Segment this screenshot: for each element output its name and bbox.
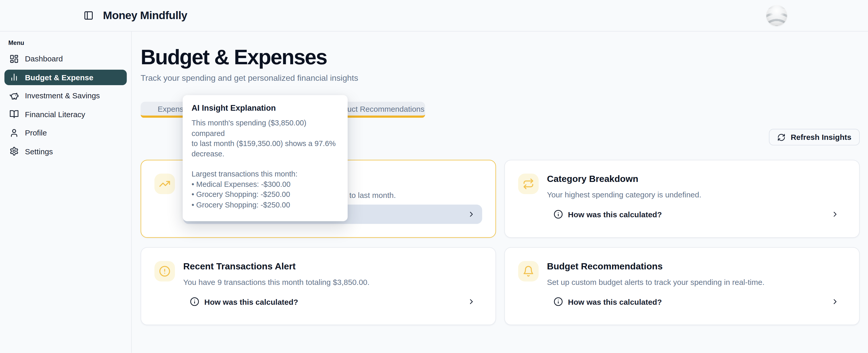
info-icon <box>554 297 563 306</box>
panel-left-icon <box>84 10 94 21</box>
page-subtitle: Track your spending and get personalized… <box>141 73 860 82</box>
insight-card-recent-transactions: Recent Transactions Alert You have 9 tra… <box>141 247 496 325</box>
chevron-right-icon <box>831 297 839 306</box>
sidebar-item-label: Settings <box>25 147 53 155</box>
refresh-icon <box>777 133 785 141</box>
card-description: Set up custom budget alerts to track you… <box>547 278 846 286</box>
insight-card-budget-recommendations: Budget Recommendations Set up custom bud… <box>504 247 860 325</box>
how-calculated-label: How was this calculated? <box>568 210 662 218</box>
popup-list-heading: Largest transactions this month: <box>191 169 340 180</box>
how-calculated-row[interactable]: How was this calculated? <box>547 292 846 311</box>
card-content: Category Breakdown Your highest spending… <box>547 174 846 224</box>
chevron-right-icon <box>467 210 475 218</box>
sidebar-item-profile[interactable]: Profile <box>4 125 127 140</box>
sidebar-nav: Dashboard Budget & Expense Investment & … <box>4 51 127 159</box>
sidebar-item-settings[interactable]: Settings <box>4 143 127 159</box>
bar-chart-icon <box>9 72 19 82</box>
bell-icon <box>518 261 538 281</box>
card-content: Budget Recommendations Set up custom bud… <box>547 261 846 311</box>
popup-transactions-list: Largest transactions this month: • Medic… <box>191 169 340 210</box>
sidebar-toggle-button[interactable] <box>83 9 95 22</box>
info-icon <box>190 297 199 306</box>
alert-circle-icon <box>154 261 175 281</box>
user-icon <box>9 128 19 137</box>
card-description: You have 9 transactions this month total… <box>183 278 482 286</box>
piggy-bank-icon <box>9 91 19 100</box>
app-header: Money Mindfully <box>0 0 868 32</box>
how-calculated-label: How was this calculated? <box>568 297 662 306</box>
sidebar-item-dashboard[interactable]: Dashboard <box>4 51 127 66</box>
how-calculated-row[interactable]: How was this calculated? <box>547 205 846 224</box>
sidebar-item-label: Financial Literacy <box>25 110 85 118</box>
how-calculated-row[interactable]: How was this calculated? <box>183 292 482 311</box>
card-title: Budget Recommendations <box>547 261 846 271</box>
sidebar-item-investment-savings[interactable]: Investment & Savings <box>4 88 127 103</box>
app-root: Money Mindfully Menu Dashboard Budget & … <box>0 0 868 353</box>
card-content: Recent Transactions Alert You have 9 tra… <box>183 261 482 311</box>
popup-list-item: • Grocery Shopping: -$250.00 <box>191 190 340 200</box>
sidebar-item-label: Dashboard <box>25 54 63 63</box>
page-title: Budget & Expenses <box>141 46 860 68</box>
sidebar-item-financial-literacy[interactable]: Financial Literacy <box>4 107 127 122</box>
user-avatar[interactable] <box>766 5 787 26</box>
info-icon <box>554 210 563 219</box>
sidebar-item-label: Investment & Savings <box>25 91 100 100</box>
sidebar: Menu Dashboard Budget & Expense Investme… <box>0 32 132 353</box>
sidebar-item-label: Budget & Expense <box>25 73 93 81</box>
app-title: Money Mindfully <box>103 9 187 22</box>
popup-title: AI Insight Explanation <box>191 103 340 112</box>
insight-card-category-breakdown: Category Breakdown Your highest spending… <box>504 160 860 238</box>
card-description-visible-fragment: to last month. <box>349 191 396 200</box>
sidebar-item-label: Profile <box>25 128 47 137</box>
refresh-insights-button[interactable]: Refresh Insights <box>769 129 860 145</box>
ai-insight-explanation-popup: AI Insight Explanation This month's spen… <box>183 95 348 221</box>
refresh-button-label: Refresh Insights <box>791 133 851 141</box>
popup-list-item: • Grocery Shopping: -$250.00 <box>191 200 340 210</box>
sidebar-section-label: Menu <box>8 39 127 46</box>
sidebar-item-budget-expense[interactable]: Budget & Expense <box>4 69 127 85</box>
gear-icon <box>9 147 19 156</box>
repeat-icon <box>518 174 538 194</box>
chevron-right-icon <box>467 297 475 306</box>
how-calculated-label: How was this calculated? <box>204 297 298 306</box>
chevron-right-icon <box>831 210 839 218</box>
card-title: Recent Transactions Alert <box>183 261 482 271</box>
card-description: Your highest spending category is undefi… <box>547 191 846 199</box>
popup-body-text: This month's spending ($3,850.00) compar… <box>191 118 340 160</box>
popup-list-item: • Medical Expenses: -$300.00 <box>191 179 340 190</box>
card-title: Category Breakdown <box>547 174 846 184</box>
layout-dashboard-icon <box>9 54 19 63</box>
trending-up-icon <box>154 174 175 194</box>
book-open-icon <box>9 109 19 119</box>
